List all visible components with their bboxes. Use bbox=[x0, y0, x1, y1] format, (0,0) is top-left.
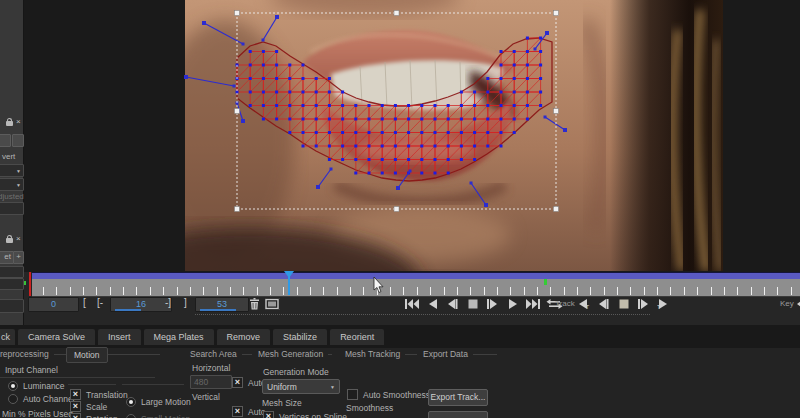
out-point-field[interactable]: 53 bbox=[195, 297, 249, 312]
horizontal-field[interactable]: 480 bbox=[190, 375, 232, 389]
in-point-value: 16 bbox=[136, 299, 146, 309]
input-stub[interactable] bbox=[0, 299, 24, 313]
checkbox-checked[interactable]: × bbox=[70, 413, 81, 418]
dropdown-stub[interactable]: ▼ bbox=[0, 164, 24, 177]
vertices-on-spline-checkbox[interactable]: × Vertices on Spline bbox=[263, 411, 347, 418]
ruler-tick bbox=[230, 287, 231, 295]
jump-end-button[interactable] bbox=[525, 298, 540, 310]
tab-stabilize[interactable]: Stabilize bbox=[273, 329, 327, 345]
current-frame-field[interactable]: 0 bbox=[28, 297, 79, 312]
timeline-ruler[interactable] bbox=[32, 279, 800, 297]
section-title: Mesh Tracking bbox=[345, 349, 400, 359]
checkbox-checked[interactable]: × bbox=[70, 389, 81, 400]
ruler-tick bbox=[484, 287, 485, 295]
play-backwards-button[interactable] bbox=[425, 298, 440, 310]
section-search-area: Search Area bbox=[190, 349, 252, 359]
luminance-label: Luminance bbox=[23, 381, 65, 391]
tab-insert[interactable]: Insert bbox=[98, 329, 141, 345]
track-one-back-button[interactable] bbox=[596, 298, 611, 310]
keyframe-tick bbox=[544, 279, 547, 285]
plus-button[interactable]: + bbox=[13, 251, 24, 264]
toolbar-button-stub[interactable] bbox=[12, 134, 24, 147]
auto-channel-label: Auto Channel bbox=[23, 394, 75, 404]
motion-tab[interactable]: Motion bbox=[66, 347, 108, 363]
track-forwards-button[interactable]: T bbox=[656, 298, 671, 310]
dropdown-stub[interactable]: ▼ bbox=[0, 178, 24, 191]
playhead-handle[interactable] bbox=[283, 271, 295, 279]
translation-checkbox[interactable]: × Translation bbox=[70, 389, 128, 400]
check-icon: × bbox=[73, 389, 78, 399]
viewer-image[interactable] bbox=[23, 0, 800, 272]
radio-unselected[interactable] bbox=[8, 394, 18, 404]
step-back-button[interactable] bbox=[445, 298, 460, 310]
tab-reorient[interactable]: Reorient bbox=[330, 329, 384, 345]
input-stub[interactable] bbox=[0, 202, 24, 215]
tracked-range-bar[interactable] bbox=[32, 272, 800, 279]
check-icon: × bbox=[235, 377, 240, 387]
checkbox-checked[interactable]: × bbox=[263, 411, 274, 418]
ruler-tick bbox=[270, 287, 271, 295]
export-track-button[interactable]: Export Track... bbox=[428, 389, 488, 406]
jump-start-button[interactable] bbox=[405, 298, 420, 310]
tab-camera-solve[interactable]: Camera Solve bbox=[18, 329, 95, 345]
left-dock-panel: × vert ▼ ▼ djusted × et + bbox=[0, 0, 24, 325]
delete-keyframes-icon[interactable] bbox=[248, 298, 261, 310]
set-in-bracket-button[interactable]: [ bbox=[83, 297, 86, 310]
input-stub[interactable] bbox=[0, 266, 24, 278]
set-out-bracket-button[interactable]: ] bbox=[184, 297, 187, 310]
toolbar-button-stub[interactable] bbox=[0, 134, 11, 147]
small-motion-radio[interactable]: Small Motion bbox=[126, 414, 190, 418]
generation-mode-dropdown[interactable]: Uniform ▼ bbox=[262, 379, 340, 394]
ruler-tick bbox=[350, 287, 351, 295]
auto-channel-radio[interactable]: Auto Channel bbox=[8, 394, 75, 404]
translation-label: Translation bbox=[86, 390, 128, 400]
tab-remove[interactable]: Remove bbox=[217, 329, 271, 345]
viewer-canvas[interactable] bbox=[23, 0, 800, 272]
ruler-tick bbox=[417, 287, 418, 295]
export-button-stub[interactable] bbox=[428, 411, 488, 418]
radio-selected[interactable] bbox=[8, 381, 18, 391]
vertical-auto-checkbox[interactable]: × Auto bbox=[232, 406, 266, 417]
auto-smoothness-checkbox[interactable]: Auto Smoothness bbox=[347, 389, 430, 400]
stop-track-button[interactable] bbox=[616, 298, 631, 310]
checkbox-checked[interactable]: × bbox=[70, 401, 81, 412]
in-point-dec-button[interactable]: [- bbox=[97, 297, 103, 310]
close-icon[interactable]: × bbox=[16, 119, 21, 125]
track-one-forward-button[interactable] bbox=[636, 298, 651, 310]
horizontal-auto-checkbox[interactable]: × Auto bbox=[232, 377, 266, 388]
tab-mega-plates[interactable]: Mega Plates bbox=[144, 329, 214, 345]
set-button-fragment[interactable]: et bbox=[0, 251, 14, 264]
input-stub[interactable] bbox=[0, 278, 24, 290]
checkbox-checked[interactable]: × bbox=[232, 406, 243, 417]
divider bbox=[0, 377, 155, 378]
vertices-on-spline-label: Vertices on Spline bbox=[279, 412, 347, 418]
section-mesh-generation: Mesh Generation bbox=[258, 349, 332, 359]
in-point-marker bbox=[29, 272, 31, 296]
key-back-button[interactable] bbox=[796, 298, 800, 310]
step-forward-button[interactable] bbox=[485, 298, 500, 310]
luminance-radio[interactable]: Luminance bbox=[8, 381, 65, 391]
radio-selected[interactable] bbox=[126, 397, 136, 407]
section-title: Mesh Generation bbox=[258, 349, 323, 359]
checkbox-unchecked[interactable] bbox=[347, 389, 358, 400]
lock-icon[interactable] bbox=[6, 238, 13, 243]
scale-checkbox[interactable]: × Scale bbox=[70, 401, 107, 412]
tab-track[interactable]: ck bbox=[0, 329, 15, 345]
radio-unselected[interactable] bbox=[126, 414, 136, 418]
checkbox-checked[interactable]: × bbox=[232, 377, 243, 388]
vertical-label: Vertical bbox=[192, 392, 220, 402]
section-title: reprocessing bbox=[0, 349, 49, 359]
lock-icon[interactable] bbox=[6, 121, 13, 126]
large-motion-radio[interactable]: Large Motion bbox=[126, 397, 191, 407]
ruler-tick bbox=[70, 287, 71, 295]
parameters-panel: ck Camera Solve Insert Mega Plates Remov… bbox=[0, 325, 800, 418]
ruler-tick bbox=[310, 287, 311, 295]
rotation-checkbox[interactable]: × Rotation bbox=[70, 413, 118, 418]
play-button[interactable] bbox=[505, 298, 520, 310]
stop-button[interactable] bbox=[465, 298, 480, 310]
in-point-field[interactable]: 16 bbox=[110, 297, 172, 312]
frame-range-icon[interactable] bbox=[265, 298, 280, 310]
track-backwards-button[interactable]: T bbox=[576, 298, 591, 310]
out-point-inc-button[interactable]: -] bbox=[165, 297, 171, 310]
close-icon[interactable]: × bbox=[16, 236, 21, 242]
